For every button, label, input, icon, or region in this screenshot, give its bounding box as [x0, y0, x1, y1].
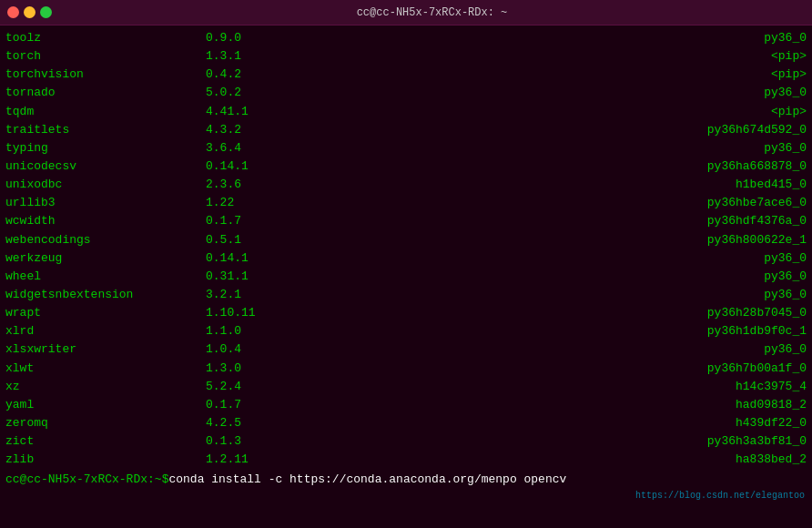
package-name: wrapt — [5, 304, 206, 322]
package-version: 1.0.4 — [206, 340, 315, 359]
package-version: 0.4.2 — [206, 66, 315, 84]
table-row: wrapt1.10.11py36h28b7045_0 — [5, 304, 807, 322]
package-name: zlib — [5, 451, 206, 469]
title-bar: cc@cc-NH5x-7xRCx-RDx: ~ — [0, 0, 812, 25]
table-row: tornado5.0.2py36_0 — [5, 84, 807, 102]
terminal-body: toolz0.9.0py36_0torch1.3.1<pip>torchvisi… — [0, 25, 812, 528]
package-build: py36_0 — [315, 286, 807, 304]
package-version: 3.2.1 — [206, 286, 315, 304]
package-build: <pip> — [315, 47, 807, 66]
package-version: 5.0.2 — [206, 84, 315, 102]
package-build: py36_0 — [315, 268, 807, 286]
package-name: xz — [5, 378, 206, 396]
table-row: xlwt1.3.0py36h7b00a1f_0 — [5, 360, 807, 378]
package-version: 0.1.7 — [206, 212, 315, 230]
table-row: torch1.3.1<pip> — [5, 47, 807, 66]
prompt-text: cc@cc-NH5x-7xRCx-RDx:~$ — [5, 471, 168, 489]
package-build: h439df22_0 — [315, 414, 807, 432]
package-name: werkzeug — [5, 249, 206, 268]
table-row: webencodings0.5.1py36h800622e_1 — [5, 231, 807, 249]
package-name: webencodings — [5, 231, 206, 249]
package-name: unixodbc — [5, 176, 206, 194]
package-name: xlrd — [5, 322, 206, 340]
package-version: 0.9.0 — [206, 29, 315, 47]
table-row: zlib1.2.11ha838bed_2 — [5, 451, 807, 469]
package-version: 1.3.0 — [206, 360, 315, 378]
package-build: py36_0 — [315, 249, 807, 268]
package-version: 1.2.11 — [206, 451, 315, 469]
package-name: xlsxwriter — [5, 340, 206, 359]
package-build: py36_0 — [315, 29, 807, 47]
table-row: typing3.6.4py36_0 — [5, 139, 807, 157]
package-version: 4.3.2 — [206, 121, 315, 139]
package-name: torch — [5, 47, 206, 66]
package-version: 0.1.3 — [206, 432, 315, 451]
package-build: had09818_2 — [315, 396, 807, 414]
package-build: py36ha668878_0 — [315, 157, 807, 176]
package-version: 0.1.7 — [206, 396, 315, 414]
close-button[interactable] — [7, 6, 19, 18]
table-row: unixodbc2.3.6h1bed415_0 — [5, 176, 807, 194]
package-build: py36h7b00a1f_0 — [315, 360, 807, 378]
package-build: py36h3a3bf81_0 — [315, 432, 807, 451]
package-build: py36_0 — [315, 139, 807, 157]
package-name: tornado — [5, 84, 206, 102]
command-text: conda install -c https://conda.anaconda.… — [168, 471, 566, 489]
package-build: py36hdf4376a_0 — [315, 212, 807, 230]
package-version: 1.22 — [206, 194, 315, 212]
package-version: 4.41.1 — [206, 103, 315, 121]
window-title: cc@cc-NH5x-7xRCx-RDx: ~ — [59, 6, 805, 19]
package-build: py36h28b7045_0 — [315, 304, 807, 322]
package-name: urllib3 — [5, 194, 206, 212]
package-build: h1bed415_0 — [315, 176, 807, 194]
table-row: unicodecsv0.14.1py36ha668878_0 — [5, 157, 807, 176]
watermark: https://blog.csdn.net/elegantoo — [635, 491, 805, 501]
package-name: toolz — [5, 29, 206, 47]
table-row: zict0.1.3py36h3a3bf81_0 — [5, 432, 807, 451]
package-name: traitlets — [5, 121, 206, 139]
package-name: typing — [5, 139, 206, 157]
package-version: 0.31.1 — [206, 268, 315, 286]
package-version: 0.5.1 — [206, 231, 315, 249]
package-version: 5.2.4 — [206, 378, 315, 396]
package-build: py36h674d592_0 — [315, 121, 807, 139]
package-version: 0.14.1 — [206, 157, 315, 176]
package-version: 1.3.1 — [206, 47, 315, 66]
minimize-button[interactable] — [24, 6, 36, 18]
package-version: 1.10.11 — [206, 304, 315, 322]
package-name: wcwidth — [5, 212, 206, 230]
package-build: py36h1db9f0c_1 — [315, 322, 807, 340]
package-version: 2.3.6 — [206, 176, 315, 194]
package-build: <pip> — [315, 103, 807, 121]
package-version: 3.6.4 — [206, 139, 315, 157]
prompt-line: cc@cc-NH5x-7xRCx-RDx:~$ conda install -c… — [5, 471, 807, 489]
package-build: py36h800622e_1 — [315, 231, 807, 249]
table-row: zeromq4.2.5h439df22_0 — [5, 414, 807, 432]
package-name: xlwt — [5, 360, 206, 378]
package-name: zict — [5, 432, 206, 451]
package-name: torchvision — [5, 66, 206, 84]
package-build: <pip> — [315, 66, 807, 84]
table-row: tqdm4.41.1<pip> — [5, 103, 807, 121]
package-build: h14c3975_4 — [315, 378, 807, 396]
table-row: toolz0.9.0py36_0 — [5, 29, 807, 47]
table-row: traitlets4.3.2py36h674d592_0 — [5, 121, 807, 139]
package-table: toolz0.9.0py36_0torch1.3.1<pip>torchvisi… — [5, 29, 807, 469]
package-name: tqdm — [5, 103, 206, 121]
table-row: yaml0.1.7had09818_2 — [5, 396, 807, 414]
maximize-button[interactable] — [40, 6, 52, 18]
package-version: 0.14.1 — [206, 249, 315, 268]
table-row: xz5.2.4h14c3975_4 — [5, 378, 807, 396]
table-row: urllib31.22py36hbe7ace6_0 — [5, 194, 807, 212]
package-name: widgetsnbextension — [5, 286, 206, 304]
package-build: ha838bed_2 — [315, 451, 807, 469]
table-row: xlrd1.1.0py36h1db9f0c_1 — [5, 322, 807, 340]
package-name: zeromq — [5, 414, 206, 432]
table-row: widgetsnbextension3.2.1py36_0 — [5, 286, 807, 304]
package-name: yaml — [5, 396, 206, 414]
package-name: wheel — [5, 268, 206, 286]
package-version: 1.1.0 — [206, 322, 315, 340]
table-row: xlsxwriter1.0.4py36_0 — [5, 340, 807, 359]
table-row: wheel0.31.1py36_0 — [5, 268, 807, 286]
table-row: werkzeug0.14.1py36_0 — [5, 249, 807, 268]
